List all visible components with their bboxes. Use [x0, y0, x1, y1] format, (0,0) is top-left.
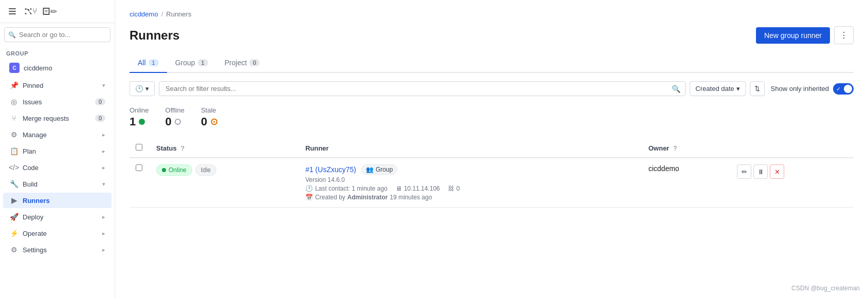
show-only-inherited-toggle[interactable]: ✓ — [833, 83, 854, 95]
plan-arrow-icon: ▸ — [102, 148, 105, 155]
tab-all-count: 1 — [149, 59, 159, 66]
runner-name-link[interactable]: #1 (UsZxucy75) — [305, 165, 356, 174]
pin-icon: 📌 — [9, 81, 19, 89]
runner-owner-name: cicddemo — [649, 164, 679, 173]
offline-dot-icon — [175, 119, 181, 125]
delete-runner-button[interactable]: ✕ — [770, 164, 784, 179]
sidebar-item-plan[interactable]: 📋 Plan ▸ — [3, 143, 112, 159]
tab-project[interactable]: Project 0 — [216, 54, 268, 72]
tab-all[interactable]: All 1 — [130, 54, 167, 72]
sidebar-item-merge-requests[interactable]: ⑂ Merge requests 0 — [3, 110, 112, 126]
breadcrumb-current: Runners — [166, 10, 191, 18]
runner-ip: 🖥 10.11.14.106 — [396, 185, 440, 192]
sidebar-item-code[interactable]: </> Code ▸ — [3, 160, 112, 175]
stale-icon: ⊙ — [210, 116, 218, 127]
sidebar-item-issues[interactable]: ◎ Issues 0 — [3, 94, 112, 109]
sidebar-top-icons: ⑂ ✏ — [0, 0, 115, 23]
sort-dropdown-button[interactable]: Created date ▾ — [690, 81, 745, 96]
tab-project-count: 0 — [249, 59, 260, 66]
row-owner-cell: cicddemo — [642, 158, 731, 208]
sidebar-item-build[interactable]: 🔧 Build ▾ — [3, 176, 112, 192]
stat-offline: Offline 0 — [165, 106, 184, 128]
sidebar-item-manage[interactable]: ⚙ Manage ▸ — [3, 127, 112, 142]
runner-meta-row-2: 📅 Created by Administrator 19 minutes ag… — [305, 194, 636, 201]
operate-label: Operate — [23, 230, 102, 237]
table-header: Status ? Runner Owner ? — [130, 139, 854, 158]
tab-project-label: Project — [225, 59, 247, 67]
online-status-dot — [162, 168, 166, 172]
status-online-badge: Online — [156, 164, 192, 176]
th-owner: Owner ? — [642, 139, 731, 158]
sort-direction-button[interactable]: ⇅ — [750, 81, 765, 96]
th-runner: Runner — [299, 139, 642, 158]
main-content: cicddemo / Runners Runners New group run… — [115, 0, 868, 298]
group-avatar: C — [9, 63, 20, 73]
history-icon: 🕐 — [135, 85, 143, 92]
merge-requests-icon-btn[interactable]: ⑂ — [23, 3, 39, 20]
select-all-checkbox[interactable] — [136, 144, 142, 151]
code-icon: </> — [9, 163, 19, 172]
owner-help-icon[interactable]: ? — [673, 144, 677, 152]
search-input[interactable] — [4, 27, 110, 42]
stale-count: 0 — [201, 115, 207, 128]
tab-group-count: 1 — [198, 59, 208, 66]
tab-group[interactable]: Group 1 — [167, 54, 216, 72]
settings-icon: ⚙ — [9, 246, 19, 254]
plan-label: Plan — [23, 147, 102, 155]
sidebar-item-deploy[interactable]: 🚀 Deploy ▸ — [3, 209, 112, 225]
runner-type-label: Group — [376, 166, 393, 173]
online-value: 1 — [130, 115, 149, 128]
calendar-icon: 📅 — [305, 194, 313, 201]
sidebar-item-pinned[interactable]: 📌 Pinned ▾ — [3, 78, 112, 93]
breadcrumb-group-link[interactable]: cicddemo — [130, 10, 158, 18]
row-status-cell: Online Idle — [150, 158, 299, 208]
edit-runner-button[interactable]: ✏ — [737, 164, 751, 179]
tabs-bar: All 1 Group 1 Project 0 — [130, 54, 854, 73]
pause-runner-button[interactable]: ⏸ — [753, 164, 768, 179]
build-arrow-icon: ▾ — [102, 181, 105, 188]
manage-arrow-icon: ▸ — [102, 132, 105, 138]
offline-label: Offline — [165, 106, 184, 114]
row-checkbox[interactable] — [136, 164, 142, 171]
merge-requests-label: Merge requests — [23, 115, 95, 122]
offline-count: 0 — [165, 115, 172, 128]
stat-stale: Stale 0 ⊙ — [201, 106, 218, 128]
plan-icon: 📋 — [9, 147, 19, 155]
breadcrumb-separator: / — [161, 10, 163, 18]
sidebar-toggle-btn[interactable] — [4, 3, 21, 20]
pinned-arrow-icon: ▾ — [102, 82, 105, 89]
row-checkbox-cell — [130, 158, 150, 208]
offline-value: 0 — [165, 115, 184, 128]
stat-online: Online 1 — [130, 106, 149, 128]
new-group-runner-button[interactable]: New group runner — [756, 27, 830, 44]
pinned-label: Pinned — [23, 82, 102, 89]
sidebar-item-runners[interactable]: ▶ Runners — [3, 193, 112, 208]
status-help-icon[interactable]: ? — [180, 144, 184, 152]
compose-icon-btn[interactable]: ✏ — [41, 3, 58, 20]
sidebar-item-settings[interactable]: ⚙ Settings ▸ — [3, 242, 112, 257]
filter-history-button[interactable]: 🕐 ▾ — [130, 81, 155, 96]
table-row: Online Idle #1 (UsZxucy75) 👥 Group — [130, 158, 854, 208]
status-col-label: Status — [156, 144, 177, 152]
deploy-arrow-icon: ▸ — [102, 214, 105, 220]
online-label: Online — [130, 106, 149, 114]
group-name-label: cicddemo — [24, 64, 52, 72]
runners-table: Status ? Runner Owner ? — [130, 139, 854, 208]
filter-search-input[interactable] — [159, 81, 686, 96]
link-icon: ⛓ — [448, 185, 454, 192]
runner-type-tag: 👥 Group — [361, 164, 397, 175]
row-actions-cell: ✏ ⏸ ✕ — [731, 158, 854, 208]
runner-last-contact: 🕐 Last contact: 1 minute ago — [305, 185, 387, 192]
filter-history-arrow: ▾ — [145, 85, 149, 92]
svg-rect-2 — [9, 13, 16, 14]
stale-value: 0 ⊙ — [201, 115, 218, 128]
operate-arrow-icon: ▸ — [102, 230, 105, 237]
tab-group-label: Group — [175, 59, 195, 67]
watermark: CSDN @bug_createman — [791, 285, 860, 292]
more-options-button[interactable]: ⋮ — [834, 26, 854, 44]
sidebar-item-operate[interactable]: ⚡ Operate ▸ — [3, 226, 112, 241]
settings-label: Settings — [23, 246, 102, 254]
filter-search-wrap: 🔍 — [159, 81, 686, 96]
sort-arrow-icon: ▾ — [736, 85, 740, 92]
sidebar-item-cicddemo[interactable]: C cicddemo — [3, 59, 112, 77]
